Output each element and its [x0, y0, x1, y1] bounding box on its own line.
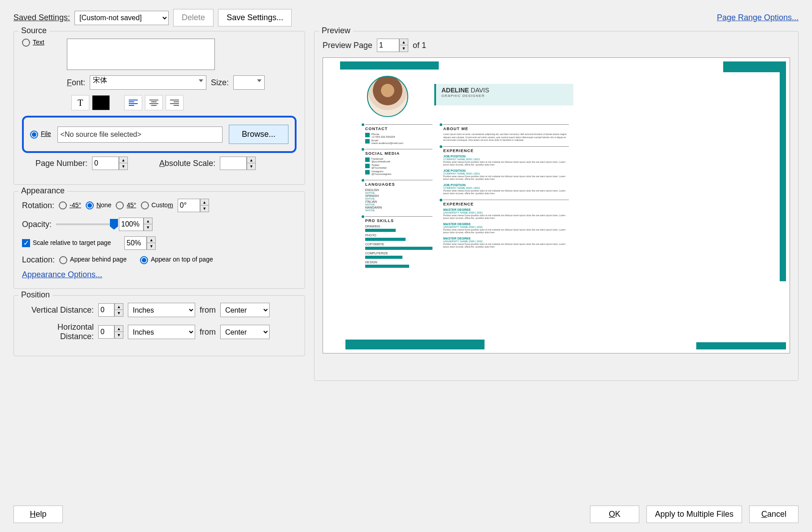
appearance-title: Appearance — [18, 186, 67, 196]
preview-title: Preview — [319, 26, 353, 35]
svg-rect-11 — [174, 105, 179, 106]
svg-rect-8 — [170, 100, 179, 100]
source-title: Source — [18, 26, 49, 35]
vertical-from-select[interactable]: Center — [220, 303, 270, 317]
text-radio[interactable]: Text — [22, 39, 44, 47]
scale-relative-checkbox[interactable]: Scale relative to target page — [22, 239, 111, 247]
ok-button[interactable]: OK — [590, 506, 639, 523]
rotation-neg45-radio[interactable]: -45° — [59, 201, 81, 209]
appearance-options-link[interactable]: Appearance Options... — [22, 270, 102, 279]
rotation-custom-radio[interactable]: Custom — [141, 201, 173, 209]
font-label: Font: — [67, 78, 85, 87]
size-label: Size: — [211, 78, 229, 87]
preview-group: Preview Preview Page ▲▼ of 1 ADELINE DAV… — [314, 31, 799, 381]
svg-rect-3 — [129, 105, 134, 106]
svg-rect-9 — [174, 101, 179, 102]
svg-rect-7 — [151, 105, 157, 106]
vertical-unit-select[interactable]: Inches — [128, 303, 195, 317]
absolute-scale-label: Absolute Scale: — [159, 159, 215, 168]
rotation-label: Rotation: — [22, 201, 54, 210]
preview-page-spinner[interactable]: ▲▼ — [377, 39, 408, 52]
rotation-value-spinner[interactable]: ▲▼ — [178, 199, 209, 212]
source-group: Source Text Font: 宋体 Size: T — [13, 31, 305, 185]
appear-top-radio[interactable]: Appear on top of page — [140, 256, 213, 264]
absolute-scale-spinner[interactable]: ▲▼ — [220, 157, 256, 170]
size-select[interactable] — [233, 75, 265, 90]
resume-photo — [367, 76, 408, 117]
appearance-group: Appearance Rotation: -45° None 45° Custo… — [13, 191, 305, 289]
delete-button[interactable]: Delete — [173, 9, 214, 26]
saved-settings-select[interactable]: [Custom-not saved] — [74, 11, 169, 25]
font-select[interactable]: 宋体 — [90, 75, 206, 90]
svg-rect-0 — [129, 100, 138, 100]
location-label: Location: — [22, 255, 55, 265]
align-center-icon[interactable] — [145, 95, 163, 110]
apply-multiple-button[interactable]: Apply to Multiple Files — [646, 506, 742, 523]
file-source-highlight: File Browse... — [22, 116, 297, 153]
from-label-h: from — [200, 327, 216, 337]
horizontal-unit-select[interactable]: Inches — [128, 325, 195, 339]
align-left-icon[interactable] — [124, 95, 142, 110]
preview-canvas: ADELINE DAVIS GRAPHIC DESIGNER CONTACT P… — [323, 57, 790, 353]
text-textarea[interactable] — [67, 39, 215, 70]
svg-rect-10 — [170, 103, 179, 104]
opacity-label: Opacity: — [22, 220, 52, 229]
rotation-none-radio[interactable]: None — [86, 201, 111, 209]
from-label-v: from — [200, 305, 216, 315]
svg-rect-1 — [129, 101, 134, 102]
svg-rect-4 — [149, 100, 158, 100]
save-settings-button[interactable]: Save Settings... — [218, 9, 292, 26]
rotation-45-radio[interactable]: 45° — [116, 201, 136, 209]
align-right-icon[interactable] — [166, 95, 183, 110]
file-radio[interactable]: File — [30, 130, 51, 138]
opacity-value-spinner[interactable]: ▲▼ — [119, 218, 153, 231]
preview-page-label: Preview Page — [323, 41, 372, 50]
horizontal-distance-spinner[interactable]: ▲▼ — [98, 325, 123, 339]
file-path-input[interactable] — [57, 126, 223, 143]
position-group: Position Vertical Distance: ▲▼ Inches fr… — [13, 295, 305, 356]
scale-value-spinner[interactable]: ▲▼ — [124, 236, 156, 250]
svg-rect-6 — [149, 103, 158, 104]
opacity-slider[interactable] — [56, 223, 114, 225]
appear-behind-radio[interactable]: Appear behind page — [59, 256, 127, 264]
cancel-button[interactable]: Cancel — [749, 506, 799, 523]
position-title: Position — [18, 290, 52, 300]
text-tool-icon[interactable]: T — [71, 95, 89, 110]
page-range-options-link[interactable]: Page Range Options... — [717, 13, 799, 22]
help-button[interactable]: Help — [13, 506, 63, 523]
vertical-distance-label: Vertical Distance: — [22, 305, 94, 315]
preview-of-label: of 1 — [413, 41, 426, 50]
vertical-distance-spinner[interactable]: ▲▼ — [98, 303, 123, 317]
saved-settings-label: Saved Settings: — [13, 13, 70, 22]
page-number-label: Page Number: — [35, 159, 87, 168]
svg-rect-2 — [129, 103, 138, 104]
color-swatch-icon[interactable] — [92, 95, 110, 110]
horizontal-distance-label: Horizontal Distance: — [22, 323, 94, 341]
svg-rect-5 — [151, 101, 157, 102]
browse-button[interactable]: Browse... — [229, 125, 288, 144]
page-number-spinner[interactable]: ▲▼ — [92, 157, 128, 170]
horizontal-from-select[interactable]: Center — [220, 325, 270, 339]
